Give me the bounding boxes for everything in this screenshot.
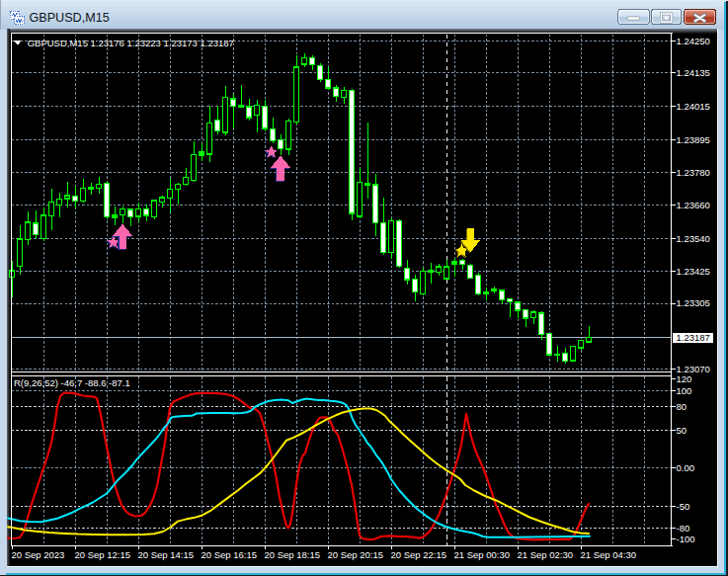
- svg-text:20 Sep 16:15: 20 Sep 16:15: [202, 549, 258, 560]
- svg-text:GBPUSD,M15: GBPUSD,M15: [30, 11, 110, 25]
- svg-text:1.23540: 1.23540: [677, 233, 710, 244]
- svg-text:20 Sep 18:15: 20 Sep 18:15: [265, 549, 321, 560]
- svg-text:1.23187: 1.23187: [677, 332, 710, 343]
- svg-text:21 Sep 00:30: 21 Sep 00:30: [454, 549, 511, 560]
- svg-text:R(9,26,52) -46.7 -88.6 -87.1: R(9,26,52) -46.7 -88.6 -87.1: [14, 377, 130, 388]
- svg-text:-50: -50: [677, 501, 690, 512]
- svg-text:1.23895: 1.23895: [677, 134, 710, 145]
- svg-text:1.23425: 1.23425: [677, 266, 710, 277]
- svg-text:20 Sep 22:15: 20 Sep 22:15: [391, 549, 447, 560]
- svg-text:1.24015: 1.24015: [677, 101, 710, 112]
- svg-text:21 Sep 02:30: 21 Sep 02:30: [518, 549, 574, 560]
- svg-text:0.00: 0.00: [677, 462, 695, 473]
- svg-text:20 Sep 20:15: 20 Sep 20:15: [328, 549, 384, 560]
- svg-text:20 Sep 2023: 20 Sep 2023: [12, 549, 65, 560]
- svg-text:1.23660: 1.23660: [677, 200, 710, 210]
- svg-text:1.23305: 1.23305: [677, 297, 710, 308]
- svg-text:1.24135: 1.24135: [677, 67, 710, 78]
- svg-text:120: 120: [677, 373, 692, 384]
- svg-text:21 Sep 04:30: 21 Sep 04:30: [581, 549, 637, 560]
- svg-text:20 Sep 12:15: 20 Sep 12:15: [75, 549, 131, 560]
- svg-text:100: 100: [677, 385, 692, 396]
- svg-text:-100: -100: [677, 534, 695, 544]
- svg-text:80: 80: [677, 401, 688, 412]
- svg-text:GBPUSD,M15 1.23176 1.23223 1.2: GBPUSD,M15 1.23176 1.23223 1.23173 1.231…: [28, 38, 234, 48]
- svg-text:-80: -80: [677, 523, 690, 534]
- svg-text:1.24250: 1.24250: [677, 36, 710, 46]
- svg-text:20 Sep 14:15: 20 Sep 14:15: [138, 549, 195, 560]
- svg-text:1.23780: 1.23780: [677, 167, 710, 178]
- svg-text:50: 50: [677, 425, 688, 436]
